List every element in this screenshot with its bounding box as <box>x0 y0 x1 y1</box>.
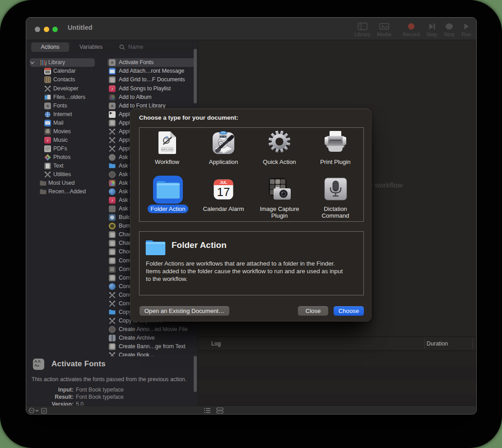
svg-text:JUL: JUL <box>220 180 227 185</box>
svg-text:17: 17 <box>217 185 230 199</box>
svg-text:WFLOW: WFLOW <box>161 148 173 151</box>
